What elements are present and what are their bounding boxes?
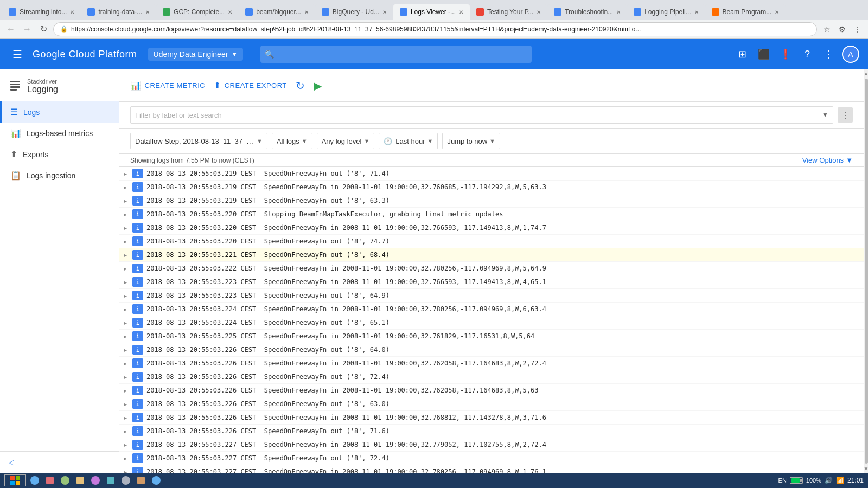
log-expand-icon[interactable]: ▶ (124, 442, 132, 448)
log-expand-icon[interactable]: ▶ (124, 184, 132, 190)
browser-tab-tab9[interactable]: Logging Pipeli... ✕ (627, 4, 705, 20)
scroll-down-arrow[interactable]: ▼ (864, 466, 868, 472)
log-row[interactable]: ▶ i 2018-08-13 20:55:03.226 CEST SpeedOn… (119, 384, 864, 397)
collapse-sidebar-btn[interactable]: ◁ (0, 451, 119, 473)
tab-close-icon[interactable]: ✕ (228, 9, 232, 15)
taskbar-icon-8[interactable] (135, 474, 148, 486)
forward-button[interactable]: → (21, 23, 34, 36)
log-row[interactable]: ▶ i 2018-08-13 20:55:03.225 CEST SpeedOn… (119, 330, 864, 343)
browser-tab-tab4[interactable]: beam/bigquer... ✕ (239, 4, 315, 20)
log-row[interactable]: ▶ i 2018-08-13 20:55:03.220 CEST SpeedOn… (119, 221, 864, 235)
browser-tab-tab8[interactable]: Troubleshootin... ✕ (547, 4, 627, 20)
log-row[interactable]: ▶ i 2018-08-13 20:55:03.220 CEST SpeedOn… (119, 235, 864, 248)
time-range-selector[interactable]: 🕐 Last hour ▼ (379, 133, 438, 149)
support-icon[interactable]: ⬛ (755, 46, 773, 63)
notification-icon[interactable]: ❗ (777, 46, 794, 63)
log-type-selector[interactable]: All logs ▼ (272, 133, 312, 149)
browser-tab-tab7[interactable]: Testing Your P... ✕ (470, 4, 547, 20)
refresh-button[interactable]: ↻ (296, 79, 305, 92)
tab-close-icon[interactable]: ✕ (304, 9, 309, 15)
taskbar-icon-9[interactable] (150, 474, 163, 486)
bookmark-button[interactable]: ☆ (820, 23, 833, 36)
create-metric-button[interactable]: 📊 CREATE METRIC (130, 78, 205, 93)
filter-options-button[interactable]: ⋮ (838, 107, 853, 123)
log-row[interactable]: ▶ i 2018-08-13 20:55:03.219 CEST SpeedOn… (119, 194, 864, 208)
log-row[interactable]: ▶ i 2018-08-13 20:55:03.219 CEST SpeedOn… (119, 181, 864, 194)
right-scrollbar[interactable]: ▲ ▼ (864, 69, 868, 473)
log-row[interactable]: ▶ i 2018-08-13 20:55:03.226 CEST SpeedOn… (119, 411, 864, 425)
log-row[interactable]: ▶ i 2018-08-13 20:55:03.226 CEST SpeedOn… (119, 357, 864, 370)
filter-dropdown-icon[interactable]: ▼ (822, 111, 828, 119)
taskbar-icon-5[interactable] (89, 474, 102, 486)
resource-selector[interactable]: Dataflow Step, 2018-08-13_11_37_56-69895… (130, 133, 267, 149)
log-expand-icon[interactable]: ▶ (124, 171, 132, 177)
taskbar-icon-6[interactable] (104, 474, 117, 486)
log-expand-icon[interactable]: ▶ (124, 252, 132, 258)
hamburger-menu[interactable]: ☰ (9, 46, 26, 63)
scrollbar-thumb[interactable] (865, 79, 868, 464)
log-expand-icon[interactable]: ▶ (124, 225, 132, 231)
taskbar-icon-1[interactable] (28, 474, 41, 486)
log-row[interactable]: ▶ i 2018-08-13 20:55:03.226 CEST SpeedOn… (119, 397, 864, 411)
tab-close-icon[interactable]: ✕ (775, 9, 779, 15)
view-options-button[interactable]: View Options ▼ (802, 156, 853, 164)
scroll-up-arrow[interactable]: ▲ (864, 70, 868, 76)
log-row[interactable]: ▶ i 2018-08-13 20:55:03.220 CEST Stoppin… (119, 208, 864, 221)
taskbar-icon-3[interactable] (59, 474, 72, 486)
avatar[interactable]: A (842, 46, 859, 63)
log-expand-icon[interactable]: ▶ (124, 293, 132, 299)
log-expand-icon[interactable]: ▶ (124, 239, 132, 245)
log-expand-icon[interactable]: ▶ (124, 415, 132, 421)
jump-to-now-selector[interactable]: Jump to now ▼ (442, 133, 500, 149)
create-export-button[interactable]: ⬆ CREATE EXPORT (214, 78, 287, 93)
log-expand-icon[interactable]: ▶ (124, 306, 132, 312)
log-expand-icon[interactable]: ▶ (124, 374, 132, 380)
log-row[interactable]: ▶ i 2018-08-13 20:55:03.226 CEST SpeedOn… (119, 343, 864, 357)
help-icon[interactable]: ? (799, 46, 816, 63)
log-expand-icon[interactable]: ▶ (124, 347, 132, 353)
browser-tab-tab10[interactable]: Beam Program... ✕ (705, 4, 786, 20)
tab-close-icon[interactable]: ✕ (70, 9, 74, 15)
log-level-selector[interactable]: Any log level ▼ (317, 133, 375, 149)
sidebar-item-logs-based-metrics[interactable]: 📊 Logs-based metrics (0, 123, 119, 144)
log-expand-icon[interactable]: ▶ (124, 320, 132, 326)
tab-close-icon[interactable]: ✕ (537, 9, 541, 15)
log-expand-icon[interactable]: ▶ (124, 198, 132, 204)
filter-input[interactable] (135, 111, 822, 119)
log-expand-icon[interactable]: ▶ (124, 401, 132, 407)
back-button[interactable]: ← (4, 23, 17, 36)
browser-tab-tab1[interactable]: Streaming into... ✕ (2, 4, 81, 20)
log-row[interactable]: ▶ i 2018-08-13 20:55:03.227 CEST SpeedOn… (119, 452, 864, 465)
taskbar-icon-2[interactable] (43, 474, 56, 486)
tab-close-icon[interactable]: ✕ (382, 9, 387, 15)
taskbar-icon-7[interactable] (119, 474, 132, 486)
taskbar-icon-4[interactable] (74, 474, 87, 486)
tab-close-icon[interactable]: ✕ (616, 9, 621, 15)
log-row[interactable]: ▶ i 2018-08-13 20:55:03.224 CEST SpeedOn… (119, 303, 864, 316)
log-row[interactable]: ▶ i 2018-08-13 20:55:03.226 CEST SpeedOn… (119, 425, 864, 438)
extensions-button[interactable]: ⚙ (835, 23, 848, 36)
sidebar-item-exports[interactable]: ⬆ Exports (0, 144, 119, 165)
browser-tab-tab2[interactable]: training-data-... ✕ (81, 4, 156, 20)
browser-tab-tab3[interactable]: GCP: Complete... ✕ (156, 4, 239, 20)
tab-close-icon[interactable]: ✕ (459, 9, 463, 15)
log-expand-icon[interactable]: ▶ (124, 388, 132, 394)
apps-icon[interactable]: ⊞ (733, 46, 751, 63)
search-input[interactable] (260, 46, 532, 63)
log-expand-icon[interactable]: ▶ (124, 455, 132, 461)
log-expand-icon[interactable]: ▶ (124, 428, 132, 434)
log-row[interactable]: ▶ i 2018-08-13 20:55:03.223 CEST SpeedOn… (119, 289, 864, 303)
sidebar-item-logs[interactable]: ☰ Logs (0, 101, 119, 123)
log-row[interactable]: ▶ i 2018-08-13 20:55:03.223 CEST SpeedOn… (119, 275, 864, 289)
project-selector[interactable]: Udemy Data Engineer ▼ (148, 48, 244, 61)
tab-close-icon[interactable]: ✕ (694, 9, 699, 15)
tab-close-icon[interactable]: ✕ (145, 9, 150, 15)
reload-button[interactable]: ↻ (37, 23, 50, 36)
log-expand-icon[interactable]: ▶ (124, 211, 132, 217)
log-expand-icon[interactable]: ▶ (124, 361, 132, 367)
log-row[interactable]: ▶ i 2018-08-13 20:55:03.224 CEST SpeedOn… (119, 316, 864, 330)
log-row[interactable]: ▶ i 2018-08-13 20:55:03.222 CEST SpeedOn… (119, 262, 864, 275)
more-button[interactable]: ⋮ (851, 23, 864, 36)
log-row[interactable]: ▶ i 2018-08-13 20:55:03.226 CEST SpeedOn… (119, 370, 864, 384)
start-button[interactable] (4, 474, 26, 486)
